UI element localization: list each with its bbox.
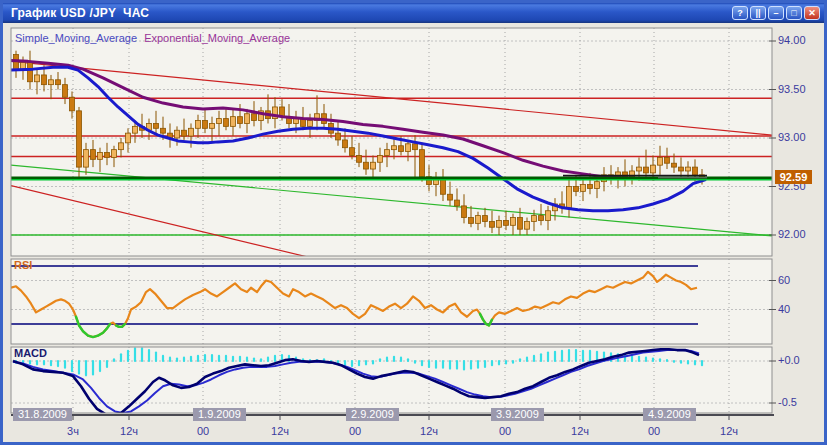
rsi-pane-label: RSI (14, 259, 32, 271)
macd-tick-label: -0.5 (778, 396, 797, 409)
time-tick-label: 3ч (56, 425, 90, 437)
time-tick-label: 12ч (112, 425, 146, 437)
date-badge: 2.9.2009 (346, 408, 399, 421)
price-tick-label: 93.50 (778, 83, 806, 96)
time-tick-label: 00 (637, 425, 671, 437)
time-tick-label: 12ч (263, 425, 297, 437)
chart-window: График USD /JPY ЧАС ? || – □ ✕ 94.0093.5… (0, 0, 827, 445)
window-title: График USD /JPY ЧАС (7, 6, 149, 20)
price-tick-label: 93.00 (778, 131, 806, 144)
chart-canvas[interactable] (3, 23, 824, 445)
date-badge: 4.9.2009 (643, 408, 696, 421)
ema-legend-label: Exponential_Moving_Average (144, 32, 290, 44)
rsi-tick-label: 60 (778, 274, 790, 287)
time-tick-label: 00 (186, 425, 220, 437)
time-tick-label: 00 (488, 425, 522, 437)
title-bar[interactable]: График USD /JPY ЧАС ? || – □ ✕ (3, 3, 824, 23)
sma-legend-label: Simple_Moving_Average (15, 32, 137, 44)
close-button[interactable]: ✕ (804, 6, 820, 20)
macd-tick-label: +0.0 (778, 354, 800, 367)
indicator-legend: Simple_Moving_Average Exponential_Moving… (15, 32, 290, 44)
time-tick-label: 12ч (412, 425, 446, 437)
time-tick-label: 00 (338, 425, 372, 437)
help-button[interactable]: ? (732, 6, 748, 20)
date-badge: 1.9.2009 (193, 408, 246, 421)
rsi-tick-label: 40 (778, 303, 790, 316)
date-badge: 31.8.2009 (13, 408, 72, 421)
chart-content: 94.0093.5093.0092.5092.006040+0.0-0.531.… (3, 23, 824, 442)
price-tick-label: 94.00 (778, 34, 806, 47)
time-tick-label: 12ч (712, 425, 746, 437)
maximize-button[interactable]: □ (786, 6, 802, 20)
macd-pane-label: MACD (14, 347, 47, 359)
minimize-button[interactable]: – (768, 6, 784, 20)
price-tick-label: 92.00 (778, 228, 806, 241)
time-tick-label: 12ч (563, 425, 597, 437)
current-price-flag: 92.59 (775, 170, 812, 184)
date-badge: 3.9.2009 (491, 408, 544, 421)
pin-button[interactable]: || (750, 6, 766, 20)
window-controls: ? || – □ ✕ (732, 6, 820, 20)
